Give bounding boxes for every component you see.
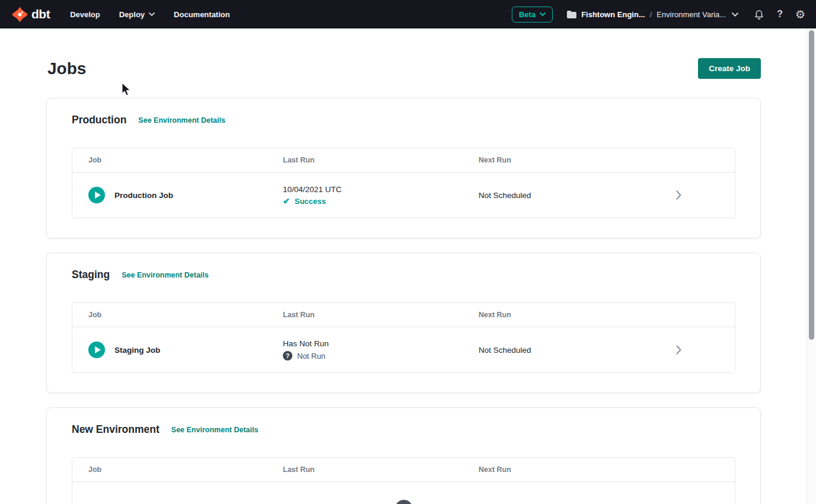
see-environment-details-link[interactable]: See Environment Details [122, 271, 209, 279]
job-row[interactable]: Production Job 10/04/2021 UTC ✔ Success … [72, 173, 735, 218]
status-badge: ? Not Run [283, 351, 479, 361]
column-header-last-run: Last Run [283, 311, 479, 319]
navbar-right: Beta Fishtown Engin... / Environment Var… [512, 7, 805, 23]
dbt-logo[interactable]: dbt [12, 7, 50, 23]
environment-card-header: Production See Environment Details [72, 114, 735, 126]
status-label: Success [295, 197, 326, 206]
see-environment-details-link[interactable]: See Environment Details [171, 426, 259, 434]
beta-badge-label: Beta [519, 10, 536, 19]
job-cell: Production Job [72, 187, 283, 203]
jobs-table: Job Last Run Next Run Staging Job Has No… [72, 302, 735, 373]
jobs-table-header: Job Last Run Next Run [72, 458, 735, 482]
row-chevron-cell [622, 345, 735, 355]
chevron-down-icon [540, 12, 546, 16]
empty-jobs-row: ? [72, 482, 735, 504]
row-chevron-cell [622, 190, 735, 200]
column-header-last-run: Last Run [283, 465, 479, 474]
breadcrumb[interactable]: Fishtown Engin... / Environment Varia... [567, 10, 738, 19]
navbar-left: dbt Develop Deploy Documentation [12, 7, 230, 23]
dbt-logo-icon [12, 7, 28, 23]
job-row[interactable]: Staging Job Has Not Run ? Not Run Not Sc… [72, 327, 735, 372]
breadcrumb-page[interactable]: Environment Varia... [656, 10, 726, 19]
create-job-button[interactable]: Create Job [698, 58, 761, 79]
last-run-cell: 10/04/2021 UTC ✔ Success [283, 185, 479, 206]
navbar-icon-group: ? ⚙ [754, 9, 805, 20]
chevron-right-icon[interactable] [676, 190, 681, 200]
page-title: Jobs [47, 59, 86, 78]
scrollbar-thumb[interactable] [809, 30, 814, 340]
jobs-table: Job Last Run Next Run Production Job 10/… [72, 148, 735, 218]
chevron-down-icon[interactable] [732, 12, 738, 17]
breadcrumb-project[interactable]: Fishtown Engin... [581, 10, 645, 19]
nav-item-deploy-label: Deploy [119, 10, 145, 19]
help-icon[interactable]: ? [777, 9, 783, 20]
jobs-table-header: Job Last Run Next Run [72, 148, 735, 173]
main-content: Jobs Create Job Production See Environme… [0, 28, 816, 504]
column-header-job: Job [72, 465, 283, 474]
scrollbar-track[interactable] [807, 28, 816, 504]
jobs-table: Job Last Run Next Run ? [72, 457, 735, 504]
environment-card-new-environment: New Environment See Environment Details … [46, 407, 761, 504]
next-run-cell: Not Scheduled [479, 346, 622, 355]
chevron-down-icon [149, 12, 155, 16]
last-run-cell: Has Not Run ? Not Run [283, 339, 479, 361]
status-badge: ✔ Success [283, 197, 479, 206]
column-header-job: Job [72, 156, 283, 164]
nav-item-develop[interactable]: Develop [70, 10, 100, 19]
environment-card-production: Production See Environment Details Job L… [46, 98, 761, 238]
gear-icon[interactable]: ⚙ [795, 9, 805, 20]
primary-nav: Develop Deploy Documentation [70, 10, 230, 19]
environment-name: New Environment [72, 423, 160, 436]
beta-badge[interactable]: Beta [512, 7, 553, 23]
chevron-right-icon[interactable] [676, 345, 681, 355]
column-header-next-run: Next Run [479, 465, 622, 474]
app-window: dbt Develop Deploy Documentation B [0, 0, 816, 504]
column-header-job: Job [72, 311, 283, 319]
environment-card-header: Staging See Environment Details [72, 269, 735, 281]
dbt-logo-text: dbt [31, 7, 50, 21]
last-run-date: Has Not Run [283, 339, 479, 348]
page-header: Jobs Create Job [46, 58, 761, 79]
top-navbar: dbt Develop Deploy Documentation B [0, 0, 816, 28]
next-run-cell: Not Scheduled [479, 191, 622, 200]
run-job-button[interactable] [88, 187, 105, 203]
question-mark-icon: ? [283, 351, 292, 361]
run-job-button[interactable] [88, 342, 105, 358]
jobs-table-header: Job Last Run Next Run [72, 303, 735, 327]
column-header-next-run: Next Run [479, 311, 622, 319]
environment-name: Staging [72, 269, 110, 281]
folder-icon [567, 11, 576, 18]
bell-icon[interactable] [754, 9, 764, 20]
question-mark-icon: ? [395, 500, 413, 504]
status-label: Not Run [297, 352, 326, 361]
job-name: Staging Job [114, 346, 160, 355]
environment-name: Production [72, 114, 126, 126]
check-icon: ✔ [283, 197, 290, 205]
column-header-next-run: Next Run [479, 156, 622, 164]
environment-card-header: New Environment See Environment Details [72, 423, 735, 436]
see-environment-details-link[interactable]: See Environment Details [138, 116, 225, 125]
job-name: Production Job [114, 191, 173, 200]
column-header-last-run: Last Run [283, 156, 479, 164]
environment-card-staging: Staging See Environment Details Job Last… [46, 253, 761, 393]
nav-item-develop-label: Develop [70, 10, 100, 19]
job-cell: Staging Job [72, 342, 283, 358]
last-run-date: 10/04/2021 UTC [283, 185, 479, 194]
nav-item-documentation-label: Documentation [174, 10, 230, 19]
nav-item-documentation[interactable]: Documentation [174, 10, 230, 19]
nav-item-deploy[interactable]: Deploy [119, 10, 155, 19]
breadcrumb-separator: / [650, 10, 652, 19]
